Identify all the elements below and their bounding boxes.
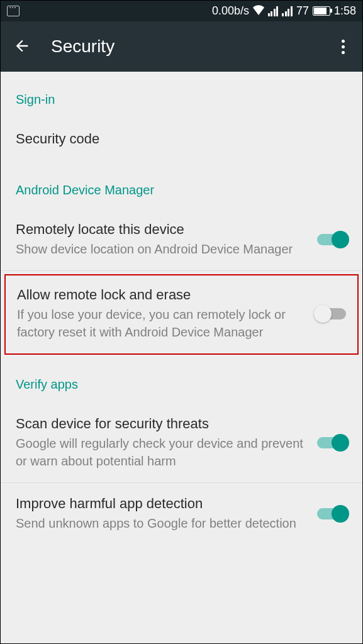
section-header-verify: Verify apps [1,357,362,403]
network-speed: 0.00b/s [212,4,249,18]
setting-subtitle: Show device location on Android Device M… [16,240,310,258]
setting-title: Security code [16,131,340,147]
toggle-remote-lock-erase[interactable] [316,308,346,319]
battery-percent: 77 [296,4,309,18]
section-header-signin: Sign-in [1,72,362,118]
overflow-menu-button[interactable] [337,35,350,59]
toggle-scan-threats[interactable] [317,437,347,448]
back-button[interactable] [13,37,32,56]
setting-security-code[interactable]: Security code [1,118,362,162]
setting-scan-threats[interactable]: Scan device for security threats Google … [1,403,362,483]
section-header-adm: Android Device Manager [1,162,362,209]
setting-improve-detection[interactable]: Improve harmful app detection Send unkno… [1,483,362,545]
setting-title: Scan device for security threats [16,416,310,432]
setting-title: Improve harmful app detection [16,496,310,512]
settings-list: Sign-in Security code Android Device Man… [1,72,362,545]
setting-remotely-locate[interactable]: Remotely locate this device Show device … [1,209,362,271]
app-bar: Security [1,21,362,72]
clock: 1:58 [334,4,356,18]
battery-icon [313,6,330,16]
highlighted-setting: Allow remote lock and erase If you lose … [4,274,359,355]
wifi-icon [253,4,264,18]
setting-title: Remotely locate this device [16,221,310,238]
status-bar: 0.00b/s 77 1:58 [1,1,362,21]
setting-subtitle: If you lose your device, you can remotel… [17,306,308,341]
page-title: Security [51,36,337,57]
toggle-remotely-locate[interactable] [317,234,347,245]
message-icon [7,6,20,16]
setting-subtitle: Send unknown apps to Google for better d… [16,514,310,532]
setting-title: Allow remote lock and erase [17,287,308,303]
setting-subtitle: Google will regularly check your device … [16,435,310,470]
setting-remote-lock-erase[interactable]: Allow remote lock and erase If you lose … [6,275,357,353]
signal-icon [282,6,293,16]
toggle-improve-detection[interactable] [317,508,347,519]
signal-icon [268,6,279,16]
